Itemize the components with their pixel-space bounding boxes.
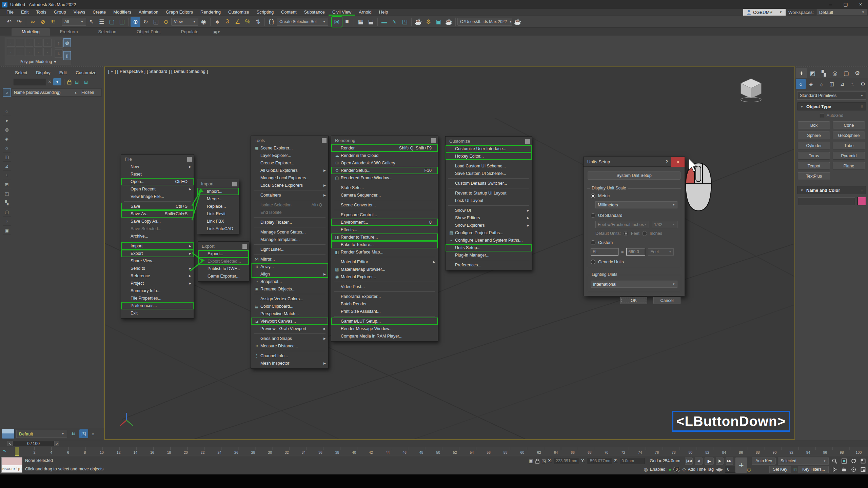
collapse-all-icon[interactable]: ⊞ bbox=[82, 79, 90, 85]
toggle-ribbon-button[interactable]: ▬ bbox=[379, 17, 389, 27]
select-and-manipulate-button[interactable]: ∗ bbox=[212, 17, 222, 27]
filter-space-warps-icon[interactable]: ≈ bbox=[3, 171, 11, 180]
rendering-item-material-map-browser[interactable]: ▨Material/Map Browser... bbox=[331, 266, 438, 273]
bind-to-space-warp-button[interactable]: ≋ bbox=[48, 17, 58, 27]
scene-explorer-menu-customize[interactable]: Customize bbox=[76, 70, 96, 75]
selection-set-key-dropdown[interactable]: Selected ▼ bbox=[778, 458, 829, 465]
menu-modifiers[interactable]: Modifiers bbox=[110, 9, 135, 16]
file-item-send-to[interactable]: Send to▶ bbox=[121, 265, 194, 272]
add-time-tag[interactable]: Add Time Tag bbox=[688, 467, 714, 472]
signin-user-dropdown[interactable]: CGBUMP ▼ bbox=[743, 9, 786, 16]
toggle-scene-explorer-button[interactable]: ▦ bbox=[356, 17, 366, 27]
customize-item-show-explorers[interactable]: Show Explorers▶ bbox=[446, 222, 532, 229]
object-type-rollout[interactable]: ▼ Object Type ⠿ bbox=[797, 102, 866, 110]
toolbar-overflow-icon[interactable]: » bbox=[92, 431, 94, 436]
project-folder-dropdown[interactable]: C:\Users\JI...ds Max 2022▼ bbox=[457, 18, 512, 26]
tab-display[interactable]: ▢ bbox=[841, 68, 852, 78]
filter-groups-icon[interactable]: ⊞ bbox=[3, 180, 11, 189]
cat-shapes[interactable]: ◈ bbox=[806, 79, 816, 89]
lighting-units-dropdown[interactable]: International▼ bbox=[591, 281, 677, 288]
filter-none-icon[interactable]: ● bbox=[3, 116, 11, 125]
mini-curve-editor-icon[interactable]: ∿ bbox=[3, 448, 7, 453]
undo-button[interactable]: ↶ bbox=[4, 17, 14, 27]
filter-materials-icon[interactable]: ◔ bbox=[3, 217, 11, 226]
select-and-move-button[interactable]: ⊕ bbox=[131, 17, 140, 27]
previous-frame-button[interactable]: < bbox=[7, 441, 13, 446]
tab-utilities[interactable]: ⚙ bbox=[852, 68, 863, 78]
object-button-plane[interactable]: Plane bbox=[833, 162, 865, 170]
absolute-mode-icon[interactable]: ◳ bbox=[541, 458, 546, 464]
filter-lights-icon[interactable]: ☼ bbox=[3, 143, 11, 152]
ribbon-tab-freeform[interactable]: Freeform bbox=[50, 28, 88, 36]
file-item-archive[interactable]: Archive... bbox=[121, 232, 194, 240]
select-and-rotate-button[interactable]: ↻ bbox=[141, 17, 151, 27]
ok-button[interactable]: OK bbox=[620, 297, 647, 304]
cat-cameras[interactable]: ◫ bbox=[827, 79, 837, 89]
rendering-item-open-autodesk-a360-gallery[interactable]: ⊞Open Autodesk A360 Gallery bbox=[331, 159, 438, 167]
scene-explorer-menu-select[interactable]: Select bbox=[15, 70, 27, 75]
orbit-subobject-icon[interactable] bbox=[850, 466, 857, 473]
import-item-import[interactable]: Import... bbox=[197, 188, 239, 195]
object-button-cylinder[interactable]: Cylinder bbox=[798, 142, 830, 149]
percent-snap-toggle-button[interactable]: % bbox=[243, 17, 253, 27]
customize-item-show-editors[interactable]: Show Editors▶ bbox=[446, 214, 532, 222]
customize-item-plug-in-manager[interactable]: Plug-in Manager... bbox=[446, 251, 532, 259]
render-setup-button[interactable]: ⚙ bbox=[423, 17, 433, 27]
filter-geometry-icon[interactable]: ◍ bbox=[3, 125, 11, 134]
customize-item-revert-to-startup-ui-layout[interactable]: Revert to Startup UI Layout bbox=[446, 189, 532, 197]
file-item-file-properties[interactable]: File Properties... bbox=[121, 294, 194, 302]
rendering-item-exposure-control[interactable]: Exposure Control... bbox=[331, 211, 438, 219]
maxscript-macro-recorder[interactable] bbox=[1, 457, 22, 465]
autogrid-checkbox[interactable] bbox=[820, 114, 824, 118]
track-bar[interactable]: ∿ 02468101214161820222426283032343638404… bbox=[0, 447, 868, 456]
maximize-button[interactable]: ▢ bbox=[838, 0, 853, 9]
redo-button[interactable]: ↷ bbox=[14, 17, 24, 27]
tools-item-grids-and-snaps[interactable]: Grids and Snaps▶ bbox=[251, 335, 328, 342]
menu-customize[interactable]: Customize bbox=[224, 9, 253, 16]
polygon-modeling-tool-1[interactable]: · bbox=[7, 39, 15, 47]
scene-explorer-menu-display[interactable]: Display bbox=[36, 70, 51, 75]
import-item-link-autocad[interactable]: Link AutoCAD bbox=[197, 225, 239, 232]
maxscript-mini-listener[interactable]: MAXScript Mi bbox=[1, 465, 22, 473]
maximize-viewport-icon[interactable] bbox=[859, 457, 867, 465]
clear-search-icon[interactable]: ✕ bbox=[48, 79, 52, 84]
select-and-place-button[interactable]: ⊙ bbox=[161, 17, 171, 27]
rendering-item-render[interactable]: RenderShift+Q, Shift+F9 bbox=[331, 144, 438, 152]
rendering-item-print-size-assistant[interactable]: Print Size Assistant... bbox=[331, 308, 438, 315]
object-button-torus[interactable]: Torus bbox=[798, 152, 830, 160]
custom-name-input[interactable]: FL bbox=[591, 248, 618, 256]
custom-radio[interactable] bbox=[591, 240, 595, 245]
file-item-summary-info[interactable]: Summary Info... bbox=[121, 287, 194, 294]
polygon-modeling-tool-8[interactable]: · bbox=[25, 48, 33, 56]
filter-all-icon[interactable]: ◌ bbox=[3, 107, 11, 116]
pin-icon[interactable] bbox=[232, 182, 237, 186]
select-and-scale-button[interactable]: ◱ bbox=[151, 17, 161, 27]
tools-item-assign-vertex-colors[interactable]: Assign Vertex Colors... bbox=[251, 295, 328, 303]
import-item-link-fbx[interactable]: Link FBX bbox=[197, 218, 239, 225]
file-item-reference[interactable]: Reference▶ bbox=[121, 272, 194, 280]
ribbon-more-icon[interactable]: ▣ ▾ bbox=[213, 30, 220, 36]
tools-item-array[interactable]: ⠿Array... bbox=[251, 263, 328, 270]
menu-content[interactable]: Content bbox=[277, 9, 300, 16]
scene-explorer-search-input[interactable] bbox=[14, 79, 46, 85]
tools-item-preview-grab-viewport[interactable]: Preview - Grab Viewport▶ bbox=[251, 325, 328, 332]
polygon-modeling-tool-10[interactable]: · bbox=[43, 48, 52, 56]
ribbon-tab-modeling[interactable]: Modeling bbox=[12, 28, 50, 36]
ribbon-collapse-down-icon[interactable]: ⇓ bbox=[55, 49, 63, 58]
mirror-button[interactable]: ⋈ bbox=[332, 17, 342, 27]
enabled-count-badge[interactable]: 0 bbox=[673, 467, 680, 472]
display-column-icon[interactable]: ○ bbox=[3, 88, 11, 97]
key-mode-icon[interactable]: ⚿ bbox=[793, 467, 797, 472]
tools-item-scene-explorer[interactable]: ▦Scene Explorer... bbox=[251, 144, 328, 152]
file-item-preferences[interactable]: Preferences... bbox=[121, 302, 194, 309]
ribbon-toggle-shaded-icon[interactable]: ◍ bbox=[63, 38, 71, 47]
import-item-link-revit[interactable]: Link Revit bbox=[197, 210, 239, 218]
toggle-layer-explorer-button[interactable]: ▤ bbox=[366, 17, 376, 27]
viewport-label[interactable]: [ + ] [ Perspective ] [ Standard ] [ Def… bbox=[108, 69, 208, 74]
customize-item-load-custom-ui-scheme[interactable]: Load Custom UI Scheme... bbox=[446, 162, 532, 170]
column-header-frozen[interactable]: Frozen bbox=[79, 88, 102, 97]
x-coordinate-field[interactable]: 223.391mm bbox=[554, 458, 579, 464]
edit-named-selection-sets-button[interactable]: { } bbox=[267, 17, 276, 27]
tools-item-layer-explorer[interactable]: Layer Explorer... bbox=[251, 152, 328, 159]
menu-group[interactable]: Group bbox=[50, 9, 70, 16]
